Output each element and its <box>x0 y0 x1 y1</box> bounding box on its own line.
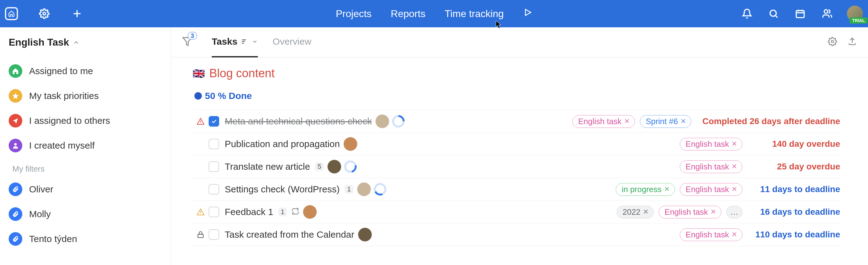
sidebar-item-1[interactable]: My task priorities <box>0 83 170 108</box>
sidebar-item-3[interactable]: I created myself <box>0 133 170 158</box>
group-title-text: Blog content <box>209 67 275 80</box>
chip-remove-icon[interactable]: ✕ <box>680 117 686 125</box>
tag-chip[interactable]: English task✕ <box>680 138 742 151</box>
progress-dot-icon <box>194 92 202 100</box>
paperclip-icon <box>9 232 22 246</box>
tab-overview[interactable]: Overview <box>273 27 311 57</box>
chip-remove-icon[interactable]: ✕ <box>732 231 737 239</box>
tab-tasks[interactable]: Tasks <box>212 27 258 57</box>
topbar-right-icons: TRIAL <box>741 6 868 22</box>
task-row[interactable]: Meta and technical questions checkEnglis… <box>192 110 840 133</box>
tag-chip[interactable]: English task✕ <box>659 206 721 218</box>
nav-time-tracking[interactable]: Time tracking <box>444 8 504 20</box>
nav-play-icon[interactable] <box>523 8 532 20</box>
chip-remove-icon[interactable]: ✕ <box>643 208 649 216</box>
progress-ring-icon <box>372 181 388 197</box>
chip-remove-icon[interactable]: ✕ <box>732 140 737 148</box>
tab-tasks-label: Tasks <box>212 36 238 47</box>
sidebar: English Task Assigned to me My task prio… <box>0 27 171 265</box>
assignee-avatar[interactable] <box>344 137 357 151</box>
sidebar-title[interactable]: English Task <box>0 33 170 57</box>
subtask-count: 5 <box>315 162 324 171</box>
task-row[interactable]: Settings check (WordPress)1in progress✕E… <box>192 178 840 201</box>
nav-projects[interactable]: Projects <box>336 8 372 20</box>
group-progress[interactable]: 50 % Done <box>192 90 840 101</box>
sidebar-filter-0[interactable]: Oliver <box>0 177 170 202</box>
settings-gear-icon[interactable] <box>38 7 51 20</box>
sidebar-item-label: I assigned to others <box>29 115 110 126</box>
sidebar-filters: Oliver Molly Tento týden <box>0 175 170 251</box>
chip-remove-icon[interactable]: ✕ <box>710 208 716 216</box>
assignee-avatar[interactable] <box>357 182 371 196</box>
sidebar-builtin: Assigned to me My task priorities I assi… <box>0 57 170 158</box>
row-right: English task✕110 days to deadline <box>680 229 840 241</box>
add-button[interactable] <box>70 7 84 20</box>
trial-badge: TRIAL <box>850 17 867 24</box>
task-checkbox[interactable] <box>209 139 219 149</box>
tag-chip[interactable]: 2022✕ <box>617 206 654 218</box>
view-settings-icon[interactable] <box>828 37 837 48</box>
task-checkbox[interactable] <box>209 207 219 217</box>
task-row[interactable]: Translate new article5English task✕25 da… <box>192 156 840 178</box>
share-icon <box>9 114 22 128</box>
task-list: Meta and technical questions checkEnglis… <box>192 110 840 246</box>
account-avatar[interactable]: TRIAL <box>847 6 863 22</box>
home-icon <box>9 64 22 78</box>
sidebar-filter-2[interactable]: Tento týden <box>0 227 170 251</box>
view-tabs: Tasks Overview <box>212 27 311 57</box>
chip-remove-icon[interactable]: ✕ <box>732 163 737 171</box>
chip-remove-icon[interactable]: ✕ <box>664 185 670 193</box>
main: English Task Assigned to me My task prio… <box>0 27 868 265</box>
content: 3 Tasks Overview <box>171 27 868 265</box>
export-icon[interactable] <box>847 37 857 48</box>
people-icon[interactable] <box>820 7 833 20</box>
paperclip-icon <box>9 207 22 221</box>
tag-chip[interactable]: English task✕ <box>680 183 742 196</box>
notifications-icon[interactable] <box>741 7 753 20</box>
task-extras: 1 <box>278 207 299 217</box>
chip-remove-icon[interactable]: ✕ <box>624 117 630 125</box>
sidebar-item-2[interactable]: I assigned to others <box>0 108 170 133</box>
calendar-icon[interactable] <box>794 7 807 20</box>
assignee-avatar[interactable] <box>303 205 317 219</box>
tag-chip[interactable]: Sprint #6✕ <box>640 115 691 128</box>
subtask-count: 1 <box>344 185 353 194</box>
group-title[interactable]: 🇬🇧 Blog content <box>192 67 840 80</box>
task-date-status: 140 day overdue <box>753 139 840 149</box>
assignee-avatar[interactable] <box>375 114 389 128</box>
search-icon[interactable] <box>767 7 780 20</box>
row-right: English task✕140 day overdue <box>680 138 840 151</box>
row-gutter <box>192 208 209 216</box>
repeat-icon <box>291 207 299 217</box>
svg-point-0 <box>43 12 46 15</box>
chevron-down-icon <box>252 38 258 45</box>
assignee-avatar[interactable] <box>328 160 341 174</box>
tag-chip[interactable]: English task✕ <box>680 229 742 241</box>
svg-marker-1 <box>525 9 531 16</box>
tag-chip[interactable]: … <box>726 206 742 218</box>
task-row[interactable]: Publication and propagationEnglish task✕… <box>192 133 840 156</box>
row-right: 2022✕English task✕…16 days to deadline <box>617 206 840 218</box>
task-checkbox[interactable] <box>209 229 219 240</box>
task-checkbox[interactable] <box>209 161 219 172</box>
nav-reports[interactable]: Reports <box>391 8 425 20</box>
tag-chip[interactable]: in progress✕ <box>616 183 675 196</box>
assignee-avatar[interactable] <box>358 228 372 241</box>
tag-chip[interactable]: English task✕ <box>572 115 635 128</box>
task-extras: 1 <box>344 185 353 194</box>
sidebar-item-0[interactable]: Assigned to me <box>0 59 170 83</box>
filter-button[interactable]: 3 <box>182 36 192 48</box>
paperclip-icon <box>9 182 22 196</box>
home-button[interactable] <box>5 7 18 20</box>
tag-chip[interactable]: English task✕ <box>680 160 742 173</box>
warning-icon <box>196 208 205 216</box>
task-row[interactable]: Task created from the CalendarEnglish ta… <box>192 223 840 246</box>
task-row[interactable]: Feedback 112022✕English task✕…16 days to… <box>192 201 840 223</box>
task-title: Settings check (WordPress) <box>225 184 340 194</box>
topbar-left-icons <box>0 7 84 20</box>
sidebar-filter-1[interactable]: Molly <box>0 202 170 227</box>
row-gutter <box>192 231 209 239</box>
task-checkbox[interactable] <box>209 184 219 194</box>
chip-remove-icon[interactable]: ✕ <box>732 185 737 193</box>
task-checkbox[interactable] <box>209 116 219 127</box>
